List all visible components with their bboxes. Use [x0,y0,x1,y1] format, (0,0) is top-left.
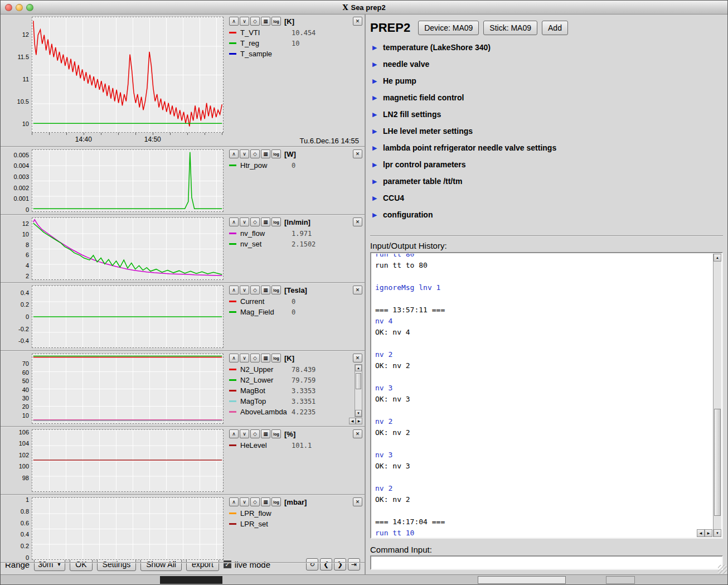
minimize-window-button[interactable] [16,4,23,11]
tree-item-lpr-control-parameters[interactable]: ▶lpr control parameters [370,156,723,173]
scrollbar-thumb[interactable] [714,409,721,516]
legend-series-row[interactable]: N2_Lower79.759 [229,375,353,385]
scroll-down-icon[interactable]: ▼ [714,529,721,537]
legend-series-row[interactable]: nv_flow1.971 [229,228,362,239]
device-button[interactable]: Device: MA09 [418,21,479,35]
legend-series-row[interactable]: LPR_set [229,519,362,529]
scroll-down-icon[interactable]: ▼ [355,410,362,417]
tree-item-he-pump[interactable]: ▶He pump [370,72,723,89]
scale-up-button[interactable]: ∧ [229,286,239,294]
plot-area-needle-valve-flow[interactable] [32,217,224,280]
plot-area-magnetic-field[interactable] [32,286,224,348]
scale-up-button[interactable]: ∧ [229,354,239,362]
command-input[interactable] [370,555,723,570]
legend-series-row[interactable]: AboveLambda4.2235 [229,407,353,417]
plot-area-cryo-temperatures[interactable] [32,354,224,424]
legend-scrollbar[interactable]: ▲▼ [355,364,362,417]
legend-series-row[interactable]: Mag_Field0 [229,307,362,317]
close-chart-button[interactable]: ✕ [353,149,362,158]
close-chart-button[interactable]: ✕ [353,17,362,26]
tree-item-ln2-fill-settings[interactable]: ▶LN2 fill settings [370,106,723,123]
tree-item-lambda-point-refrigerator-nv-settings[interactable]: ▶lambda point refrigerator needle valve … [370,139,723,156]
auto-scale-button[interactable]: ◇ [250,286,260,294]
tree-expand-arrow-icon[interactable]: ▶ [372,44,378,51]
auto-scale-button[interactable]: ◇ [250,497,260,506]
scale-down-button[interactable]: ∨ [240,217,249,226]
log-scale-button[interactable]: log [271,286,281,294]
scale-up-button[interactable]: ∧ [229,149,239,158]
io-history-hscroll[interactable]: ◀ ▶ [697,529,712,537]
log-scale-button[interactable]: log [271,217,281,226]
tree-item-magnetic-field-control[interactable]: ▶magnetic field control [370,89,723,106]
legend-series-row[interactable]: MagTop3.3351 [229,396,353,407]
legend-series-row[interactable]: LPR_flow [229,508,362,519]
auto-scale-button[interactable]: ◇ [250,429,260,438]
legend-series-row[interactable]: MagBot3.3353 [229,385,353,396]
scale-up-button[interactable]: ∧ [229,17,239,26]
scrollbar-thumb[interactable] [356,373,361,389]
auto-scale-button[interactable]: ◇ [250,354,260,362]
legend-series-row[interactable]: Htr_pow0 [229,160,362,171]
scrollbar-trough[interactable] [355,371,362,410]
close-chart-button[interactable]: ✕ [353,217,362,226]
legend-series-row[interactable]: Current0 [229,296,362,307]
zoom-button[interactable]: ▦ [261,354,270,362]
tree-item-needle-valve[interactable]: ▶needle valve [370,56,723,72]
scale-down-button[interactable]: ∨ [240,149,249,158]
zoom-button[interactable]: ▦ [261,217,270,226]
io-history-scrollbar[interactable]: ▲ ▼ [713,254,721,537]
plot-area-he-level[interactable] [32,429,224,492]
scale-down-button[interactable]: ∨ [240,17,249,26]
tree-expand-arrow-icon[interactable]: ▶ [372,111,378,118]
auto-scale-button[interactable]: ◇ [250,149,260,158]
io-history-box[interactable]: run tt 80run tt to 80 ignoreMsg lnv 1 ==… [370,252,723,539]
scale-down-button[interactable]: ∨ [240,497,249,506]
scale-up-button[interactable]: ∧ [229,429,239,438]
tree-item-temperature[interactable]: ▶temperature (LakeShore 340) [370,39,723,56]
scale-down-button[interactable]: ∨ [240,354,249,362]
legend-series-row[interactable]: HeLevel101.1 [229,440,362,451]
tree-expand-arrow-icon[interactable]: ▶ [372,61,378,68]
log-scale-button[interactable]: log [271,354,281,362]
tree-expand-arrow-icon[interactable]: ▶ [372,211,378,219]
auto-scale-button[interactable]: ◇ [250,17,260,26]
tree-expand-arrow-icon[interactable]: ▶ [372,178,378,185]
legend-series-row[interactable]: nv_set2.1502 [229,239,362,249]
scroll-right-icon[interactable]: ▶ [705,529,712,537]
log-scale-button[interactable]: log [271,17,281,26]
log-scale-button[interactable]: log [271,149,281,158]
legend-series-row[interactable]: N2_Upper78.439 [229,364,353,375]
add-button[interactable]: Add [542,21,568,35]
scrollbar-trough[interactable] [714,262,721,529]
close-chart-button[interactable]: ✕ [353,354,362,362]
scroll-up-icon[interactable]: ▲ [355,365,362,371]
zoom-button[interactable]: ▦ [261,149,270,158]
scale-down-button[interactable]: ∨ [240,429,249,438]
zoom-window-button[interactable] [26,4,33,11]
tree-expand-arrow-icon[interactable]: ▶ [372,78,378,85]
scale-up-button[interactable]: ∧ [229,497,239,506]
stick-button[interactable]: Stick: MA09 [483,21,537,35]
legend-series-row[interactable]: T_sample [229,49,362,59]
scroll-up-icon[interactable]: ▲ [714,254,721,262]
window-titlebar[interactable]: XSea prep2 [1,1,727,14]
close-chart-button[interactable]: ✕ [353,429,362,438]
scroll-left-icon[interactable]: ◀ [349,418,356,424]
plot-area-lpr[interactable] [32,497,224,560]
close-window-button[interactable] [5,4,12,11]
scale-down-button[interactable]: ∨ [240,286,249,294]
log-scale-button[interactable]: log [271,497,281,506]
tree-expand-arrow-icon[interactable]: ▶ [372,94,378,101]
tree-item-lhe-level-meter-settings[interactable]: ▶LHe level meter settings [370,123,723,139]
tree-item-parameter-table[interactable]: ▶parameter table /tt/tm [370,173,723,190]
tree-item-ccu4[interactable]: ▶CCU4 [370,190,723,206]
plot-area-temperature[interactable] [32,17,224,133]
tree-expand-arrow-icon[interactable]: ▶ [372,144,378,152]
plot-area-heater-power[interactable] [32,149,224,212]
scroll-right-icon[interactable]: ▶ [356,418,362,424]
legend-series-row[interactable]: T_reg10 [229,38,362,49]
zoom-button[interactable]: ▦ [261,17,270,26]
close-chart-button[interactable]: ✕ [353,497,362,506]
scroll-left-icon[interactable]: ◀ [697,529,705,537]
close-chart-button[interactable]: ✕ [353,286,362,294]
